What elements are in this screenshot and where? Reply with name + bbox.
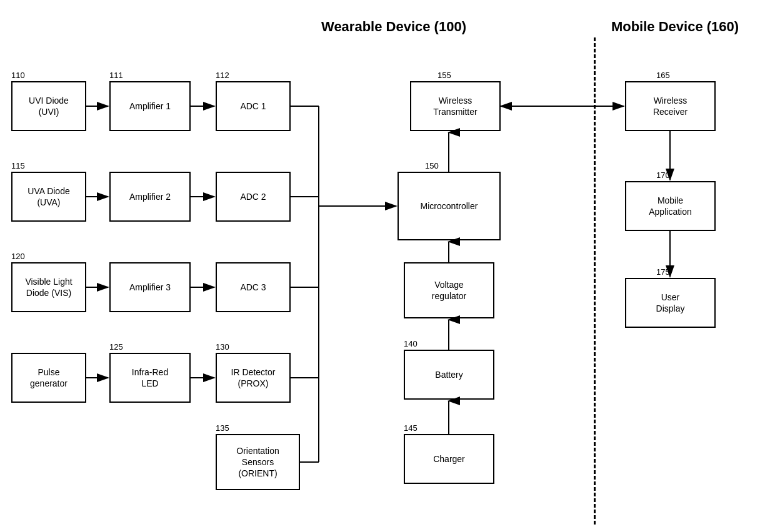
diagram-container: Wearable Device (100) Mobile Device (160… [0, 0, 775, 532]
battery-number: 140 [404, 339, 418, 348]
amp3-block: Amplifier 3 [109, 262, 191, 312]
mobile-title: Mobile Device (160) [600, 19, 750, 35]
wearable-title: Wearable Device (100) [300, 19, 488, 35]
voltage-reg-block: Voltageregulator [404, 262, 494, 318]
adc1-number: 112 [216, 71, 229, 80]
user-display-block: UserDisplay [625, 278, 716, 328]
mobile-app-number: 170 [656, 170, 670, 180]
ir-detector-block: IR Detector(PROX) [216, 353, 291, 403]
adc1-block: ADC 1 [216, 81, 291, 131]
ir-detector-number: 130 [216, 342, 229, 352]
wireless-tx-block: WirelessTransmitter [410, 81, 501, 131]
ir-led-number: 125 [109, 342, 123, 352]
adc3-block: ADC 3 [216, 262, 291, 312]
charger-block: Charger [404, 434, 494, 484]
vis-diode-number: 120 [11, 252, 25, 261]
mobile-app-block: MobileApplication [625, 181, 716, 231]
microcontroller-block: Microcontroller [398, 172, 501, 240]
microcontroller-number: 150 [425, 161, 439, 170]
ir-led-block: Infra-RedLED [109, 353, 191, 403]
amp1-number: 111 [109, 71, 123, 80]
dashed-divider [594, 37, 596, 525]
user-display-number: 175 [656, 267, 670, 277]
amp1-block: Amplifier 1 [109, 81, 191, 131]
wireless-rx-block: WirelessReceiver [625, 81, 716, 131]
battery-block: Battery [404, 350, 494, 400]
uva-diode-block: UVA Diode(UVA) [11, 172, 86, 222]
charger-number: 145 [404, 423, 418, 433]
adc2-block: ADC 2 [216, 172, 291, 222]
uvi-diode-block: UVI Diode(UVI) [11, 81, 86, 131]
amp2-block: Amplifier 2 [109, 172, 191, 222]
orient-sensors-number: 135 [216, 423, 229, 433]
wireless-rx-number: 165 [656, 71, 670, 80]
uva-diode-number: 115 [11, 161, 25, 170]
vis-diode-block: Visible LightDiode (VIS) [11, 262, 86, 312]
pulse-gen-block: Pulsegenerator [11, 353, 86, 403]
wireless-tx-number: 155 [438, 71, 451, 80]
uvi-diode-number: 110 [11, 71, 25, 80]
orient-sensors-block: OrientationSensors(ORIENT) [216, 434, 300, 490]
